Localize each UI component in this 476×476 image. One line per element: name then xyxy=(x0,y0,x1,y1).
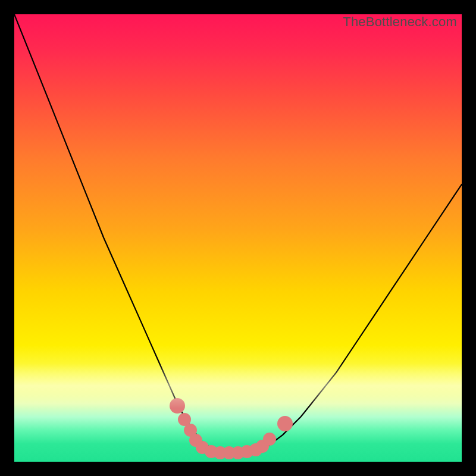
curve-marker xyxy=(277,416,293,431)
curve-marker xyxy=(263,433,276,446)
marker-layer xyxy=(14,14,462,462)
outer-frame: TheBottleneck.com xyxy=(0,0,476,476)
plot-area: TheBottleneck.com xyxy=(14,14,462,462)
curve-marker xyxy=(170,398,185,414)
